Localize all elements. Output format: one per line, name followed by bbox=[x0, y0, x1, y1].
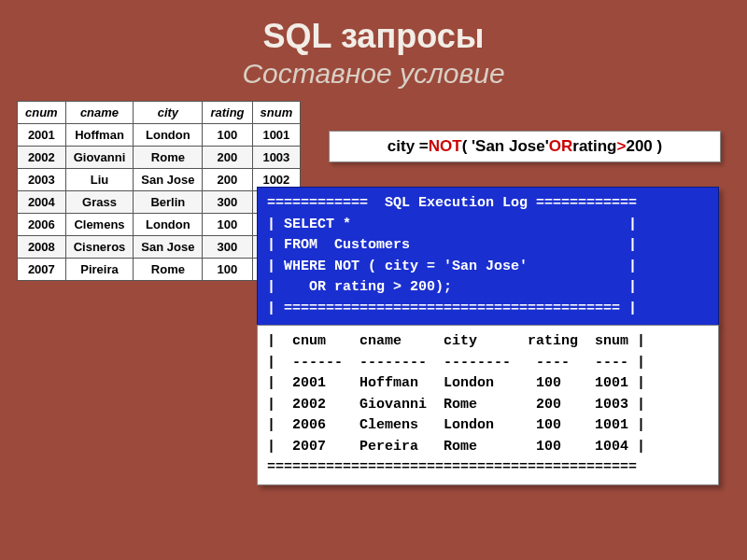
expr-text: city = bbox=[388, 137, 429, 156]
keyword-not: NOT bbox=[429, 137, 462, 156]
table-row: 2002GiovanniRome2001003 bbox=[18, 147, 301, 169]
table-cell: London bbox=[134, 214, 203, 236]
table-cell: Rome bbox=[134, 147, 203, 169]
expression-box: city = NOT ( 'San Jose' OR rating > 200 … bbox=[329, 131, 721, 162]
table-row: 2001HoffmanLondon1001001 bbox=[18, 124, 301, 147]
col-snum: snum bbox=[252, 102, 301, 124]
execution-log: ============ SQL Execution Log =========… bbox=[257, 187, 719, 485]
table-cell: 100 bbox=[203, 124, 252, 147]
table-cell: 200 bbox=[203, 169, 252, 191]
operator-gt: > bbox=[617, 137, 627, 156]
sql-result-panel: | cnum cname city rating snum | | ------… bbox=[257, 325, 719, 485]
table-cell: London bbox=[134, 124, 203, 147]
table-cell: 100 bbox=[203, 214, 252, 236]
table-cell: Pireira bbox=[65, 259, 134, 281]
title-sub: Составное условие bbox=[0, 58, 747, 90]
table-cell: 1001 bbox=[252, 124, 301, 147]
table-cell: 2001 bbox=[18, 124, 66, 147]
table-cell: 2006 bbox=[18, 214, 66, 236]
keyword-or: OR bbox=[549, 137, 573, 156]
table-cell: 2007 bbox=[18, 259, 66, 281]
table-cell: 1003 bbox=[252, 147, 301, 169]
table-cell: 300 bbox=[203, 236, 252, 259]
table-cell: 200 bbox=[203, 147, 252, 169]
table-cell: Hoffman bbox=[65, 124, 134, 147]
content-area: cnum cname city rating snum 2001HoffmanL… bbox=[0, 101, 747, 521]
table-cell: Giovanni bbox=[65, 147, 134, 169]
col-cnum: cnum bbox=[18, 102, 66, 124]
table-header-row: cnum cname city rating snum bbox=[18, 102, 301, 124]
col-city: city bbox=[134, 102, 203, 124]
table-cell: 2008 bbox=[18, 236, 66, 259]
sql-query-panel: ============ SQL Execution Log =========… bbox=[257, 187, 719, 326]
table-cell: Clemens bbox=[65, 214, 134, 236]
table-cell: 100 bbox=[203, 259, 252, 281]
table-cell: 2003 bbox=[18, 169, 66, 191]
table-cell: 300 bbox=[203, 191, 252, 214]
table-cell: Grass bbox=[65, 191, 134, 214]
table-cell: Rome bbox=[134, 259, 203, 281]
table-cell: Berlin bbox=[134, 191, 203, 214]
expr-text: ( 'San Jose' bbox=[462, 137, 549, 156]
table-cell: San Jose bbox=[134, 169, 203, 191]
expr-text: rating bbox=[572, 137, 616, 156]
table-cell: Liu bbox=[65, 169, 134, 191]
table-cell: 2002 bbox=[18, 147, 66, 169]
expr-text: 200 ) bbox=[626, 137, 662, 156]
table-cell: San Jose bbox=[134, 236, 203, 259]
title-main: SQL запросы bbox=[0, 17, 747, 56]
table-cell: 2004 bbox=[18, 191, 66, 214]
col-rating: rating bbox=[203, 102, 252, 124]
table-cell: Cisneros bbox=[65, 236, 134, 259]
col-cname: cname bbox=[65, 102, 134, 124]
slide-title-block: SQL запросы Составное условие bbox=[0, 0, 747, 101]
